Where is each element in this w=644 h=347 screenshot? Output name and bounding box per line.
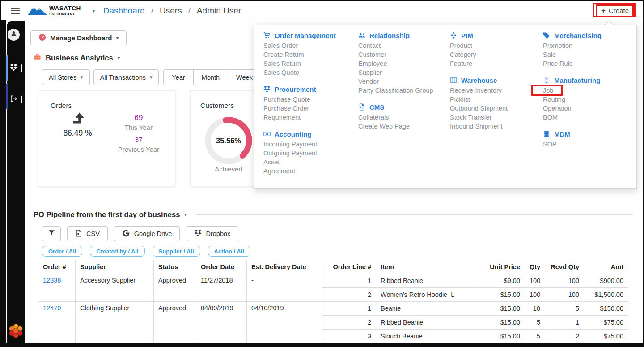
- menu-item-sop[interactable]: SOP: [543, 140, 632, 149]
- company-logo[interactable]: WASATCH SKI COMPANY: [28, 4, 81, 17]
- menu-section-pim: PIMProductCategoryFeature: [450, 30, 539, 68]
- cell-rcvd-qty: 2: [545, 330, 584, 343]
- nav-caret-down-icon[interactable]: ▾: [93, 8, 95, 13]
- app-window: WASATCH SKI COMPANY ▾ Dashboard / Users …: [0, 0, 644, 347]
- period-month-button[interactable]: Month: [194, 69, 228, 85]
- menu-item-outbound-shipment[interactable]: Outbound Shipment: [450, 104, 539, 113]
- cell-amt: $1,500.00: [584, 288, 628, 302]
- cubes-icon: [450, 32, 457, 39]
- user-avatar[interactable]: [8, 29, 20, 41]
- menu-item-collaterals[interactable]: Collaterals: [358, 113, 447, 122]
- filter-chip-created-by-all[interactable]: Created by / All: [90, 246, 144, 257]
- csv-file-icon: [75, 230, 82, 238]
- menu-item-sales-order[interactable]: Sales Order: [263, 41, 355, 50]
- menu-item-receive-inventory[interactable]: Receive Inventory: [450, 86, 539, 95]
- period-year-button[interactable]: Year: [163, 69, 193, 85]
- menu-section-title-procurement: Procurement: [263, 84, 355, 94]
- cell-amt: $75.00: [584, 316, 628, 330]
- menu-item-product[interactable]: Product: [450, 41, 539, 50]
- mountain-logo-icon: [28, 4, 47, 17]
- menu-item-operation[interactable]: Operation: [543, 104, 632, 113]
- menu-item-promotion[interactable]: Promotion: [543, 41, 632, 50]
- manage-dashboard-button[interactable]: Manage Dashboard ▾: [30, 30, 127, 45]
- gauge-icon: [38, 34, 46, 43]
- menu-item-sales-return[interactable]: Sales Return: [263, 59, 355, 68]
- export-dropbox-button[interactable]: Dropbox: [186, 226, 238, 241]
- orders-card: Orders 86.49 % 69 This Year 37 Previous …: [38, 90, 176, 187]
- menu-item-feature[interactable]: Feature: [450, 59, 539, 68]
- menu-item-job[interactable]: Job: [543, 86, 632, 95]
- menu-item-incoming-payment[interactable]: Incoming Payment: [263, 140, 355, 149]
- menu-item-purchase-order[interactable]: Purchase Order: [263, 104, 355, 113]
- cell-amt: $75.00: [584, 330, 628, 343]
- export-google-drive-button[interactable]: Google Drive: [114, 226, 180, 241]
- caret-down-icon[interactable]: ▾: [184, 212, 187, 217]
- menu-item-agreement[interactable]: Agreement: [263, 167, 355, 176]
- cell-order-date: 04/09/2019: [196, 302, 247, 343]
- menu-item-create-return[interactable]: Create Return: [263, 50, 355, 59]
- menu-item-picklist[interactable]: Picklist: [450, 95, 539, 104]
- menu-item-stock-transfer[interactable]: Stock Transfer: [450, 113, 539, 122]
- cell-rcvd-qty: 5: [545, 302, 584, 316]
- menu-item-contact[interactable]: Contact: [358, 41, 447, 50]
- menu-item-employee[interactable]: Employee: [358, 59, 447, 68]
- filter-chip-order-all[interactable]: Order / All: [42, 246, 82, 257]
- col-header-qty: Qty: [525, 260, 545, 274]
- menu-item-create-web-page[interactable]: Create Web Page: [358, 122, 447, 131]
- menu-item-sales-quote[interactable]: Sales Quote: [263, 68, 355, 77]
- tags-icon: [543, 32, 550, 39]
- section-title: Business Analytics: [46, 54, 113, 62]
- cell-rcvd-qty: 100: [545, 274, 584, 288]
- menu-section-procurement: ProcurementPurchase QuotePurchase OrderR…: [263, 84, 355, 122]
- filter-chip-supplier-all[interactable]: Supplier / All: [153, 246, 200, 257]
- menu-item-requirement[interactable]: Requirement: [263, 113, 355, 122]
- hamburger-menu-icon[interactable]: [11, 8, 20, 14]
- cell-order-line: 3: [322, 330, 376, 343]
- menu-item-price-rule[interactable]: Price Rule: [543, 59, 632, 68]
- pipeline-toolbar: CSV Google Drive Dropbox: [42, 226, 238, 241]
- menu-item-supplier[interactable]: Supplier: [358, 68, 447, 77]
- cell-amt: $900.00: [584, 274, 628, 288]
- create-button-highlight: + Create: [596, 4, 634, 17]
- menu-section-warehouse: WarehouseReceive InventoryPicklistOutbou…: [450, 75, 539, 131]
- dropbox-icon: [194, 229, 202, 238]
- table-head: Order #SupplierStatusOrder DateEst. Deli…: [38, 260, 628, 274]
- menu-section-manufacturing: ManufacturingJobRoutingOperationBOM: [543, 75, 632, 122]
- export-csv-button[interactable]: CSV: [67, 226, 108, 241]
- cell-unit-price: $15.00: [479, 330, 525, 343]
- breadcrumb-users[interactable]: Users: [160, 6, 182, 16]
- order-link[interactable]: 12338: [43, 277, 61, 284]
- sidebar-item-dropbox[interactable]: [9, 64, 18, 73]
- menu-item-vendor[interactable]: Vendor: [358, 77, 447, 86]
- cell-item: Beanie: [376, 302, 479, 316]
- caret-down-icon[interactable]: ▾: [118, 56, 120, 60]
- menu-item-category[interactable]: Category: [450, 50, 539, 59]
- filter-chip-action-all[interactable]: Action / All: [208, 246, 250, 257]
- order-link[interactable]: 12470: [43, 304, 61, 312]
- sidebar-item-sign-out[interactable]: [9, 95, 18, 104]
- cell-order-line: 2: [322, 288, 376, 302]
- menu-item-routing[interactable]: Routing: [543, 95, 632, 104]
- menu-section-title-manufacturing: Manufacturing: [543, 75, 632, 85]
- top-bar: WASATCH SKI COMPANY ▾ Dashboard / Users …: [1, 1, 643, 20]
- menu-section-title-cms: CMS: [358, 102, 447, 112]
- all-stores-dropdown[interactable]: All Stores▾: [42, 69, 90, 85]
- create-button[interactable]: + Create: [601, 7, 629, 14]
- menu-item-customer[interactable]: Customer: [358, 50, 447, 59]
- menu-item-bom[interactable]: BOM: [543, 113, 632, 122]
- all-transactions-dropdown[interactable]: All Transactions▾: [93, 69, 159, 85]
- menu-item-sale[interactable]: Sale: [543, 50, 632, 59]
- menu-section-title-order-management: Order Management: [263, 30, 355, 40]
- col-header-order-line: Order Line #: [322, 260, 376, 274]
- menu-item-outgoing-payment[interactable]: Outgoing Payment: [263, 149, 355, 158]
- hotwax-flower-icon[interactable]: [8, 322, 24, 340]
- menu-item-party-classification-group[interactable]: Party Classification Group: [358, 86, 447, 95]
- filter-button[interactable]: [42, 226, 61, 241]
- menu-item-asset[interactable]: Asset: [263, 158, 355, 167]
- sidebar-scroll-indicator: [21, 64, 22, 72]
- menu-item-purchase-quote[interactable]: Purchase Quote: [263, 95, 355, 104]
- analytics-filters: All Stores▾ All Transactions▾ Year Month…: [42, 69, 261, 85]
- sign-out-icon: [10, 95, 17, 104]
- breadcrumb-dashboard[interactable]: Dashboard: [103, 6, 145, 16]
- menu-item-inbound-shipment[interactable]: Inbound Shipment: [450, 122, 539, 131]
